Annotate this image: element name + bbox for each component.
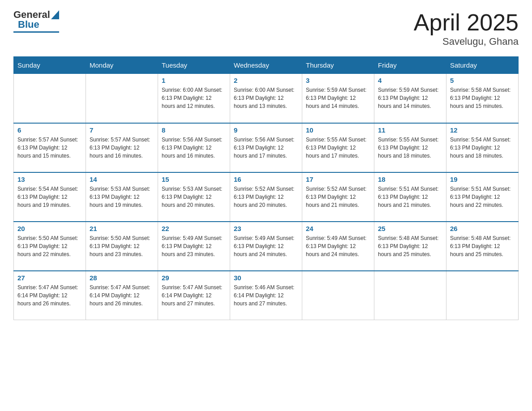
- page-header: General Blue April 2025 Savelugu, Ghana: [13, 9, 519, 47]
- day-number: 28: [90, 274, 154, 282]
- day-number: 22: [162, 225, 226, 232]
- day-info: Sunrise: 6:00 AM Sunset: 6:13 PM Dayligh…: [162, 86, 226, 110]
- calendar-cell: 18Sunrise: 5:51 AM Sunset: 6:13 PM Dayli…: [374, 172, 446, 222]
- calendar-cell: 2Sunrise: 6:00 AM Sunset: 6:13 PM Daylig…: [230, 74, 302, 123]
- calendar-cell: 12Sunrise: 5:54 AM Sunset: 6:13 PM Dayli…: [446, 123, 519, 172]
- day-number: 30: [234, 274, 298, 282]
- calendar-cell: 15Sunrise: 5:53 AM Sunset: 6:13 PM Dayli…: [158, 172, 230, 222]
- day-info: Sunrise: 5:59 AM Sunset: 6:13 PM Dayligh…: [378, 86, 442, 110]
- calendar-cell: 20Sunrise: 5:50 AM Sunset: 6:13 PM Dayli…: [14, 222, 86, 271]
- calendar-header-row: SundayMondayTuesdayWednesdayThursdayFrid…: [14, 57, 519, 74]
- day-header-thursday: Thursday: [302, 57, 374, 74]
- day-number: 15: [162, 176, 226, 183]
- day-number: 21: [90, 225, 154, 232]
- day-info: Sunrise: 5:53 AM Sunset: 6:13 PM Dayligh…: [90, 185, 154, 209]
- calendar-cell: [86, 74, 158, 123]
- day-number: 10: [306, 126, 370, 134]
- logo: General Blue: [13, 9, 59, 33]
- day-info: Sunrise: 5:49 AM Sunset: 6:13 PM Dayligh…: [162, 234, 226, 258]
- day-info: Sunrise: 5:57 AM Sunset: 6:13 PM Dayligh…: [17, 136, 82, 160]
- calendar-cell: 19Sunrise: 5:51 AM Sunset: 6:13 PM Dayli…: [446, 172, 519, 222]
- day-info: Sunrise: 5:47 AM Sunset: 6:14 PM Dayligh…: [90, 283, 154, 308]
- day-number: 19: [450, 176, 515, 183]
- day-info: Sunrise: 5:54 AM Sunset: 6:13 PM Dayligh…: [450, 136, 515, 160]
- day-number: 27: [17, 274, 82, 282]
- svg-marker-0: [51, 10, 59, 19]
- day-info: Sunrise: 5:46 AM Sunset: 6:14 PM Dayligh…: [234, 283, 298, 308]
- calendar-cell: 24Sunrise: 5:49 AM Sunset: 6:13 PM Dayli…: [302, 222, 374, 271]
- calendar-week-row: 6Sunrise: 5:57 AM Sunset: 6:13 PM Daylig…: [14, 123, 519, 172]
- calendar-cell: 4Sunrise: 5:59 AM Sunset: 6:13 PM Daylig…: [374, 74, 446, 123]
- logo-triangle-icon: [51, 10, 59, 19]
- day-number: 7: [90, 126, 154, 134]
- day-number: 11: [378, 126, 442, 134]
- calendar-cell: 1Sunrise: 6:00 AM Sunset: 6:13 PM Daylig…: [158, 74, 230, 123]
- calendar-cell: 21Sunrise: 5:50 AM Sunset: 6:13 PM Dayli…: [86, 222, 158, 271]
- day-number: 13: [17, 176, 82, 183]
- calendar-cell: 9Sunrise: 5:56 AM Sunset: 6:13 PM Daylig…: [230, 123, 302, 172]
- calendar-cell: 29Sunrise: 5:47 AM Sunset: 6:14 PM Dayli…: [158, 271, 230, 320]
- day-number: 4: [378, 77, 442, 84]
- calendar-title-area: April 2025 Savelugu, Ghana: [414, 9, 519, 47]
- calendar-cell: 14Sunrise: 5:53 AM Sunset: 6:13 PM Dayli…: [86, 172, 158, 222]
- day-number: 6: [17, 126, 82, 134]
- day-info: Sunrise: 5:53 AM Sunset: 6:13 PM Dayligh…: [162, 185, 226, 209]
- day-info: Sunrise: 5:55 AM Sunset: 6:13 PM Dayligh…: [378, 136, 442, 160]
- calendar-cell: 28Sunrise: 5:47 AM Sunset: 6:14 PM Dayli…: [86, 271, 158, 320]
- day-info: Sunrise: 5:54 AM Sunset: 6:13 PM Dayligh…: [17, 185, 82, 209]
- day-info: Sunrise: 5:49 AM Sunset: 6:13 PM Dayligh…: [306, 234, 370, 258]
- day-info: Sunrise: 5:50 AM Sunset: 6:13 PM Dayligh…: [90, 234, 154, 258]
- day-number: 17: [306, 176, 370, 183]
- calendar-cell: 25Sunrise: 5:48 AM Sunset: 6:13 PM Dayli…: [374, 222, 446, 271]
- day-header-monday: Monday: [86, 57, 158, 74]
- day-number: 14: [90, 176, 154, 183]
- day-number: 1: [162, 77, 226, 84]
- calendar-cell: 26Sunrise: 5:48 AM Sunset: 6:13 PM Dayli…: [446, 222, 519, 271]
- day-info: Sunrise: 5:52 AM Sunset: 6:13 PM Dayligh…: [234, 185, 298, 209]
- day-info: Sunrise: 5:51 AM Sunset: 6:13 PM Dayligh…: [378, 185, 442, 209]
- calendar-cell: 6Sunrise: 5:57 AM Sunset: 6:13 PM Daylig…: [14, 123, 86, 172]
- calendar-cell: 17Sunrise: 5:52 AM Sunset: 6:13 PM Dayli…: [302, 172, 374, 222]
- day-number: 26: [450, 225, 515, 232]
- calendar-cell: 7Sunrise: 5:57 AM Sunset: 6:13 PM Daylig…: [86, 123, 158, 172]
- day-info: Sunrise: 5:47 AM Sunset: 6:14 PM Dayligh…: [17, 283, 82, 308]
- day-info: Sunrise: 5:48 AM Sunset: 6:13 PM Dayligh…: [378, 234, 442, 258]
- day-number: 20: [17, 225, 82, 232]
- calendar-cell: [446, 271, 519, 320]
- calendar-cell: 10Sunrise: 5:55 AM Sunset: 6:13 PM Dayli…: [302, 123, 374, 172]
- day-number: 24: [306, 225, 370, 232]
- calendar-cell: [302, 271, 374, 320]
- day-number: 16: [234, 176, 298, 183]
- day-info: Sunrise: 5:50 AM Sunset: 6:13 PM Dayligh…: [17, 234, 82, 258]
- day-number: 29: [162, 274, 226, 282]
- day-number: 12: [450, 126, 515, 134]
- calendar-cell: 5Sunrise: 5:58 AM Sunset: 6:13 PM Daylig…: [446, 74, 519, 123]
- calendar-week-row: 1Sunrise: 6:00 AM Sunset: 6:13 PM Daylig…: [14, 74, 519, 123]
- calendar-cell: 8Sunrise: 5:56 AM Sunset: 6:13 PM Daylig…: [158, 123, 230, 172]
- day-header-sunday: Sunday: [14, 57, 86, 74]
- calendar-cell: [14, 74, 86, 123]
- logo-blue-text: Blue: [18, 19, 39, 30]
- day-number: 2: [234, 77, 298, 84]
- calendar-cell: 22Sunrise: 5:49 AM Sunset: 6:13 PM Dayli…: [158, 222, 230, 271]
- day-number: 18: [378, 176, 442, 183]
- day-number: 5: [450, 77, 515, 84]
- calendar-week-row: 27Sunrise: 5:47 AM Sunset: 6:14 PM Dayli…: [14, 271, 519, 320]
- day-number: 25: [378, 225, 442, 232]
- calendar-cell: 27Sunrise: 5:47 AM Sunset: 6:14 PM Dayli…: [14, 271, 86, 320]
- day-info: Sunrise: 5:49 AM Sunset: 6:13 PM Dayligh…: [234, 234, 298, 258]
- day-info: Sunrise: 5:57 AM Sunset: 6:13 PM Dayligh…: [90, 136, 154, 160]
- calendar-table: SundayMondayTuesdayWednesdayThursdayFrid…: [13, 56, 519, 320]
- day-number: 3: [306, 77, 370, 84]
- day-info: Sunrise: 5:58 AM Sunset: 6:13 PM Dayligh…: [450, 86, 515, 110]
- day-header-wednesday: Wednesday: [230, 57, 302, 74]
- calendar-week-row: 13Sunrise: 5:54 AM Sunset: 6:13 PM Dayli…: [14, 172, 519, 222]
- day-number: 9: [234, 126, 298, 134]
- day-info: Sunrise: 5:55 AM Sunset: 6:13 PM Dayligh…: [306, 136, 370, 160]
- day-info: Sunrise: 5:47 AM Sunset: 6:14 PM Dayligh…: [162, 283, 226, 308]
- calendar-cell: 30Sunrise: 5:46 AM Sunset: 6:14 PM Dayli…: [230, 271, 302, 320]
- day-info: Sunrise: 5:56 AM Sunset: 6:13 PM Dayligh…: [162, 136, 226, 160]
- day-info: Sunrise: 5:48 AM Sunset: 6:13 PM Dayligh…: [450, 234, 515, 258]
- day-info: Sunrise: 5:51 AM Sunset: 6:13 PM Dayligh…: [450, 185, 515, 209]
- day-header-saturday: Saturday: [446, 57, 519, 74]
